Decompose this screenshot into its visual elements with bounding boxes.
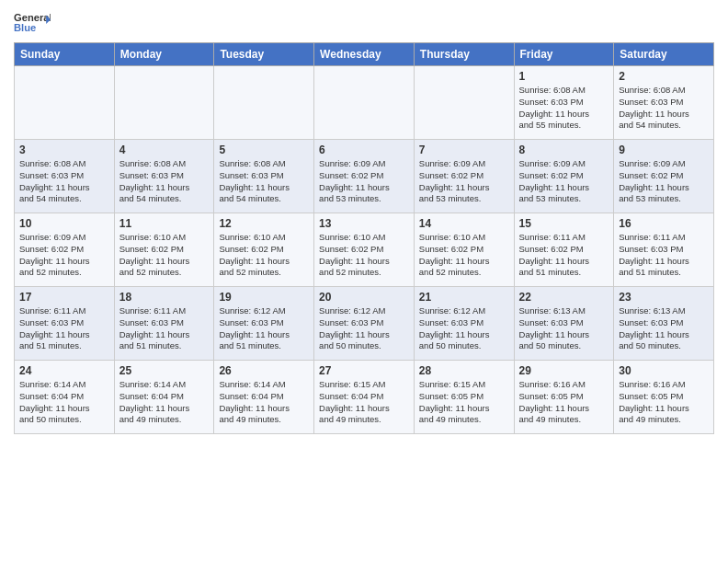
day-info-12: Sunrise: 6:10 AM Sunset: 6:02 PM Dayligh…: [219, 232, 309, 279]
week-row-2: 3Sunrise: 6:08 AM Sunset: 6:03 PM Daylig…: [15, 140, 714, 213]
day-number-18: 18: [119, 291, 210, 304]
day-info-21: Sunrise: 6:12 AM Sunset: 6:03 PM Dayligh…: [419, 305, 509, 352]
day-cell-19: 19Sunrise: 6:12 AM Sunset: 6:03 PM Dayli…: [214, 287, 314, 361]
day-number-17: 17: [19, 291, 109, 304]
day-cell-20: 20Sunrise: 6:12 AM Sunset: 6:03 PM Dayli…: [314, 287, 415, 361]
week-row-3: 10Sunrise: 6:09 AM Sunset: 6:02 PM Dayli…: [15, 213, 714, 287]
day-number-5: 5: [219, 144, 309, 156]
day-cell-11: 11Sunrise: 6:10 AM Sunset: 6:02 PM Dayli…: [114, 213, 214, 287]
day-cell-27: 27Sunrise: 6:15 AM Sunset: 6:04 PM Dayli…: [314, 361, 415, 434]
day-cell-15: 15Sunrise: 6:11 AM Sunset: 6:02 PM Dayli…: [514, 213, 614, 287]
day-number-12: 12: [219, 217, 309, 230]
day-info-3: Sunrise: 6:08 AM Sunset: 6:03 PM Dayligh…: [19, 158, 109, 205]
header: General Blue: [14, 9, 714, 35]
weekday-thursday: Thursday: [414, 43, 514, 66]
day-info-30: Sunrise: 6:16 AM Sunset: 6:05 PM Dayligh…: [619, 379, 709, 426]
day-info-11: Sunrise: 6:10 AM Sunset: 6:02 PM Dayligh…: [119, 232, 210, 279]
weekday-tuesday: Tuesday: [214, 43, 314, 66]
day-info-28: Sunrise: 6:15 AM Sunset: 6:05 PM Dayligh…: [419, 379, 509, 426]
day-number-4: 4: [119, 144, 210, 156]
day-info-29: Sunrise: 6:16 AM Sunset: 6:05 PM Dayligh…: [519, 379, 609, 426]
day-info-19: Sunrise: 6:12 AM Sunset: 6:03 PM Dayligh…: [219, 305, 309, 352]
calendar-table: SundayMondayTuesdayWednesdayThursdayFrid…: [14, 42, 714, 434]
day-info-22: Sunrise: 6:13 AM Sunset: 6:03 PM Dayligh…: [519, 305, 609, 352]
day-cell-13: 13Sunrise: 6:10 AM Sunset: 6:02 PM Dayli…: [314, 213, 415, 287]
day-cell-22: 22Sunrise: 6:13 AM Sunset: 6:03 PM Dayli…: [514, 287, 614, 361]
day-cell-10: 10Sunrise: 6:09 AM Sunset: 6:02 PM Dayli…: [15, 213, 115, 287]
day-number-21: 21: [419, 291, 509, 304]
weekday-monday: Monday: [114, 43, 214, 66]
day-cell-1: 1Sunrise: 6:08 AM Sunset: 6:03 PM Daylig…: [514, 66, 614, 140]
day-info-25: Sunrise: 6:14 AM Sunset: 6:04 PM Dayligh…: [119, 379, 210, 426]
day-info-1: Sunrise: 6:08 AM Sunset: 6:03 PM Dayligh…: [519, 85, 609, 132]
weekday-sunday: Sunday: [15, 43, 115, 66]
day-cell-23: 23Sunrise: 6:13 AM Sunset: 6:03 PM Dayli…: [614, 287, 714, 361]
day-number-9: 9: [619, 144, 709, 156]
day-info-26: Sunrise: 6:14 AM Sunset: 6:04 PM Dayligh…: [219, 379, 309, 426]
day-info-14: Sunrise: 6:10 AM Sunset: 6:02 PM Dayligh…: [419, 232, 509, 279]
day-info-17: Sunrise: 6:11 AM Sunset: 6:03 PM Dayligh…: [19, 305, 109, 352]
day-cell-12: 12Sunrise: 6:10 AM Sunset: 6:02 PM Dayli…: [214, 213, 314, 287]
empty-cell: [314, 66, 415, 140]
day-cell-18: 18Sunrise: 6:11 AM Sunset: 6:03 PM Dayli…: [114, 287, 214, 361]
day-number-19: 19: [219, 291, 309, 304]
day-number-7: 7: [419, 144, 509, 156]
weekday-saturday: Saturday: [614, 43, 714, 66]
day-number-15: 15: [519, 217, 609, 230]
svg-text:Blue: Blue: [14, 22, 36, 33]
day-number-30: 30: [619, 364, 709, 377]
day-cell-28: 28Sunrise: 6:15 AM Sunset: 6:05 PM Dayli…: [414, 361, 514, 434]
day-info-7: Sunrise: 6:09 AM Sunset: 6:02 PM Dayligh…: [419, 158, 509, 205]
logo-icon: General Blue: [14, 9, 51, 35]
day-info-15: Sunrise: 6:11 AM Sunset: 6:02 PM Dayligh…: [519, 232, 609, 279]
day-info-16: Sunrise: 6:11 AM Sunset: 6:03 PM Dayligh…: [619, 232, 709, 279]
day-cell-24: 24Sunrise: 6:14 AM Sunset: 6:04 PM Dayli…: [15, 361, 115, 434]
day-info-4: Sunrise: 6:08 AM Sunset: 6:03 PM Dayligh…: [119, 158, 210, 205]
weekday-header-row: SundayMondayTuesdayWednesdayThursdayFrid…: [15, 43, 714, 66]
day-number-23: 23: [619, 291, 709, 304]
day-cell-3: 3Sunrise: 6:08 AM Sunset: 6:03 PM Daylig…: [15, 140, 115, 213]
day-info-24: Sunrise: 6:14 AM Sunset: 6:04 PM Dayligh…: [19, 379, 109, 426]
day-info-27: Sunrise: 6:15 AM Sunset: 6:04 PM Dayligh…: [319, 379, 409, 426]
day-info-6: Sunrise: 6:09 AM Sunset: 6:02 PM Dayligh…: [319, 158, 409, 205]
day-info-9: Sunrise: 6:09 AM Sunset: 6:02 PM Dayligh…: [619, 158, 709, 205]
day-info-20: Sunrise: 6:12 AM Sunset: 6:03 PM Dayligh…: [319, 305, 409, 352]
day-info-2: Sunrise: 6:08 AM Sunset: 6:03 PM Dayligh…: [619, 85, 709, 132]
day-number-28: 28: [419, 364, 509, 377]
day-cell-2: 2Sunrise: 6:08 AM Sunset: 6:03 PM Daylig…: [614, 66, 714, 140]
weekday-wednesday: Wednesday: [314, 43, 415, 66]
day-number-14: 14: [419, 217, 509, 230]
day-number-2: 2: [619, 70, 709, 83]
day-cell-4: 4Sunrise: 6:08 AM Sunset: 6:03 PM Daylig…: [114, 140, 214, 213]
week-row-5: 24Sunrise: 6:14 AM Sunset: 6:04 PM Dayli…: [15, 361, 714, 434]
day-cell-16: 16Sunrise: 6:11 AM Sunset: 6:03 PM Dayli…: [614, 213, 714, 287]
day-number-13: 13: [319, 217, 409, 230]
day-number-22: 22: [519, 291, 609, 304]
day-number-24: 24: [19, 364, 109, 377]
empty-cell: [214, 66, 314, 140]
day-number-25: 25: [119, 364, 210, 377]
empty-cell: [15, 66, 115, 140]
day-info-5: Sunrise: 6:08 AM Sunset: 6:03 PM Dayligh…: [219, 158, 309, 205]
day-number-8: 8: [519, 144, 609, 156]
day-cell-30: 30Sunrise: 6:16 AM Sunset: 6:05 PM Dayli…: [614, 361, 714, 434]
logo: General Blue: [14, 9, 51, 35]
day-cell-29: 29Sunrise: 6:16 AM Sunset: 6:05 PM Dayli…: [514, 361, 614, 434]
week-row-4: 17Sunrise: 6:11 AM Sunset: 6:03 PM Dayli…: [15, 287, 714, 361]
weekday-friday: Friday: [514, 43, 614, 66]
day-info-23: Sunrise: 6:13 AM Sunset: 6:03 PM Dayligh…: [619, 305, 709, 352]
day-number-10: 10: [19, 217, 109, 230]
day-cell-5: 5Sunrise: 6:08 AM Sunset: 6:03 PM Daylig…: [214, 140, 314, 213]
day-info-8: Sunrise: 6:09 AM Sunset: 6:02 PM Dayligh…: [519, 158, 609, 205]
day-number-27: 27: [319, 364, 409, 377]
empty-cell: [114, 66, 214, 140]
day-cell-21: 21Sunrise: 6:12 AM Sunset: 6:03 PM Dayli…: [414, 287, 514, 361]
day-number-26: 26: [219, 364, 309, 377]
day-number-11: 11: [119, 217, 210, 230]
day-number-3: 3: [19, 144, 109, 156]
day-number-1: 1: [519, 70, 609, 83]
day-cell-17: 17Sunrise: 6:11 AM Sunset: 6:03 PM Dayli…: [15, 287, 115, 361]
page: General Blue SundayMondayTuesdayWednesda…: [0, 0, 728, 443]
day-cell-7: 7Sunrise: 6:09 AM Sunset: 6:02 PM Daylig…: [414, 140, 514, 213]
day-info-18: Sunrise: 6:11 AM Sunset: 6:03 PM Dayligh…: [119, 305, 210, 352]
